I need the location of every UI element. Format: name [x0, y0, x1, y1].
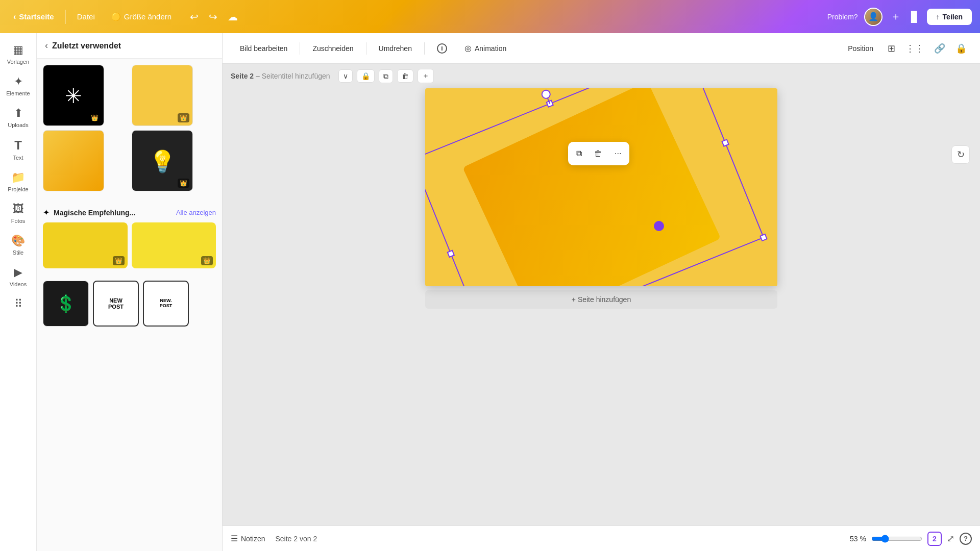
- header-right: Problem? 👤 ＋ ▊ ↑ Teilen: [827, 8, 972, 26]
- problem-button[interactable]: Problem?: [827, 13, 858, 21]
- purple-handle-dot[interactable]: [654, 221, 664, 231]
- page-subtitle: Seitentitel hinzufügen: [262, 72, 330, 80]
- zuschneiden-label: Zuschneiden: [312, 44, 353, 53]
- delete-icon: 🗑: [594, 149, 602, 158]
- template-item-yellow[interactable]: 👑: [132, 65, 193, 126]
- sidebar-item-fotos[interactable]: 🖼 Fotos: [2, 198, 35, 228]
- page-dropdown-button[interactable]: ∨: [338, 69, 353, 83]
- sidebar-item-vorlagen[interactable]: ▦ Vorlagen: [2, 39, 35, 69]
- undo-icon: ↩: [190, 11, 199, 23]
- page-add-button[interactable]: ＋: [418, 69, 434, 83]
- home-button[interactable]: ‹ Startseite: [8, 9, 59, 24]
- videos-label: Videos: [10, 281, 27, 287]
- header-divider: [65, 10, 66, 24]
- zoom-label: 53 %: [850, 535, 866, 543]
- sidebar-item-elemente[interactable]: ✦ Elemente: [2, 71, 35, 101]
- canvas-shape: [462, 88, 721, 286]
- page-delete-button[interactable]: 🗑: [397, 69, 413, 83]
- magic-item-2[interactable]: 👑: [132, 222, 216, 268]
- page-copy-button[interactable]: ⧉: [379, 69, 393, 83]
- page-label-bar: Seite 2 – Seitentitel hinzufügen ∨ 🔒 ⧉ 🗑…: [223, 64, 980, 88]
- sidebar-item-uploads[interactable]: ⬆ Uploads: [2, 103, 35, 132]
- crown-badge-2: 👑: [178, 113, 189, 122]
- fotos-label: Fotos: [11, 218, 26, 224]
- toolbar-divider-2: [366, 42, 366, 55]
- see-all-button[interactable]: Alle anzeigen: [176, 209, 216, 216]
- svg-point-9: [541, 89, 551, 99]
- refresh-icon: ↻: [957, 149, 965, 160]
- refresh-button[interactable]: ↻: [951, 145, 970, 164]
- add-page-bar[interactable]: + Seite hinzufügen: [425, 290, 777, 309]
- crown-badge-m1: 👑: [113, 256, 125, 265]
- link-icon-button[interactable]: 🔗: [931, 40, 948, 57]
- magic-item-1[interactable]: 👑: [43, 222, 128, 268]
- panel-back-button[interactable]: ‹: [45, 40, 48, 51]
- template-item-bulb[interactable]: 💡 👑: [132, 130, 193, 191]
- page-actions: ∨ 🔒 ⧉ 🗑 ＋: [338, 69, 434, 83]
- vorlagen-icon: ▦: [13, 43, 23, 57]
- magic-title: Magische Empfehlung...: [54, 209, 135, 217]
- size-change-button[interactable]: 🟡 Größe ändern: [106, 9, 177, 24]
- info-button[interactable]: i: [430, 39, 454, 58]
- sticker-dollar[interactable]: 💲: [43, 281, 89, 327]
- zoom-slider[interactable]: [871, 535, 922, 543]
- add-user-button[interactable]: ＋: [889, 8, 903, 26]
- toolbar-divider-3: [424, 42, 425, 55]
- chevron-left-icon: ‹: [45, 40, 48, 51]
- animation-button[interactable]: ◎ Animation: [457, 39, 513, 57]
- grid-icon-button[interactable]: ⋮⋮: [902, 40, 927, 57]
- crown-badge-1: 👑: [89, 113, 101, 122]
- fullscreen-button[interactable]: ⤢: [947, 533, 954, 544]
- share-button[interactable]: ↑ Teilen: [927, 9, 972, 25]
- context-delete-button[interactable]: 🗑: [589, 145, 607, 162]
- share-arrow-icon: ↑: [936, 13, 940, 21]
- notes-label: Notizen: [241, 535, 265, 543]
- filter-icon-button[interactable]: ⊞: [885, 40, 898, 57]
- page-add-icon: ＋: [422, 71, 429, 80]
- umdrehen-button[interactable]: Umdrehen: [372, 40, 419, 57]
- lock-icon-button[interactable]: 🔒: [952, 40, 970, 57]
- notes-button[interactable]: ☰ Notizen: [231, 534, 265, 543]
- page-lock-button[interactable]: 🔒: [357, 69, 375, 83]
- redo-icon: ↪: [209, 11, 217, 23]
- cloud-save-button[interactable]: ☁: [225, 8, 241, 26]
- header: ‹ Startseite Datei 🟡 Größe ändern ↩ ↪ ☁ …: [0, 0, 980, 33]
- dollar-graphic: 💲: [56, 294, 76, 313]
- sidebar-item-text[interactable]: T Text: [2, 134, 35, 165]
- link-icon: 🔗: [934, 43, 945, 54]
- bild-bearbeiten-button[interactable]: Bild bearbeiten: [233, 40, 295, 57]
- template-item-orange[interactable]: [43, 130, 104, 191]
- sidebar-item-stile[interactable]: 🎨 Stile: [2, 230, 35, 260]
- magic-section: ✦ Magische Empfehlung... Alle anzeigen 👑…: [37, 202, 222, 274]
- stats-button[interactable]: ▊: [909, 9, 921, 25]
- fullscreen-icon: ⤢: [947, 534, 954, 544]
- datei-button[interactable]: Datei: [72, 9, 100, 24]
- page-number-badge: 2: [927, 532, 942, 546]
- sticker-new-post-2[interactable]: NEW.POST: [143, 281, 189, 327]
- canvas-area: Seite 2 – Seitentitel hinzufügen ∨ 🔒 ⧉ 🗑…: [223, 64, 980, 551]
- crown-badge-m2: 👑: [201, 256, 213, 265]
- redo-button[interactable]: ↪: [206, 8, 220, 26]
- template-item-burst[interactable]: ✳ 👑: [43, 65, 104, 126]
- canvas-page[interactable]: ⧉ 🗑 ···: [425, 88, 777, 286]
- new-post-1-graphic: NEWPOST: [106, 295, 126, 312]
- zuschneiden-button[interactable]: Zuschneiden: [305, 40, 360, 57]
- info-icon: i: [437, 43, 447, 54]
- sidebar-item-projekte[interactable]: 📁 Projekte: [2, 167, 35, 196]
- sidebar-item-more[interactable]: ⠿: [2, 293, 35, 315]
- help-button[interactable]: ?: [960, 533, 972, 545]
- undo-button[interactable]: ↩: [187, 8, 202, 26]
- umdrehen-label: Umdrehen: [379, 44, 412, 53]
- magic-grid: 👑 👑: [43, 222, 216, 268]
- home-label: Startseite: [19, 12, 54, 21]
- position-button[interactable]: Position: [841, 40, 880, 57]
- sidebar-item-videos[interactable]: ▶ Videos: [2, 262, 35, 291]
- orange-thumbnail: [43, 131, 104, 191]
- sticker-new-post-1[interactable]: NEWPOST: [93, 281, 139, 327]
- context-more-button[interactable]: ···: [609, 145, 626, 162]
- chevron-down-icon: ∨: [343, 72, 348, 80]
- position-label: Position: [848, 44, 873, 53]
- context-copy-button[interactable]: ⧉: [571, 145, 587, 162]
- share-label: Teilen: [943, 13, 963, 21]
- crown-badge-3: 👑: [178, 179, 189, 188]
